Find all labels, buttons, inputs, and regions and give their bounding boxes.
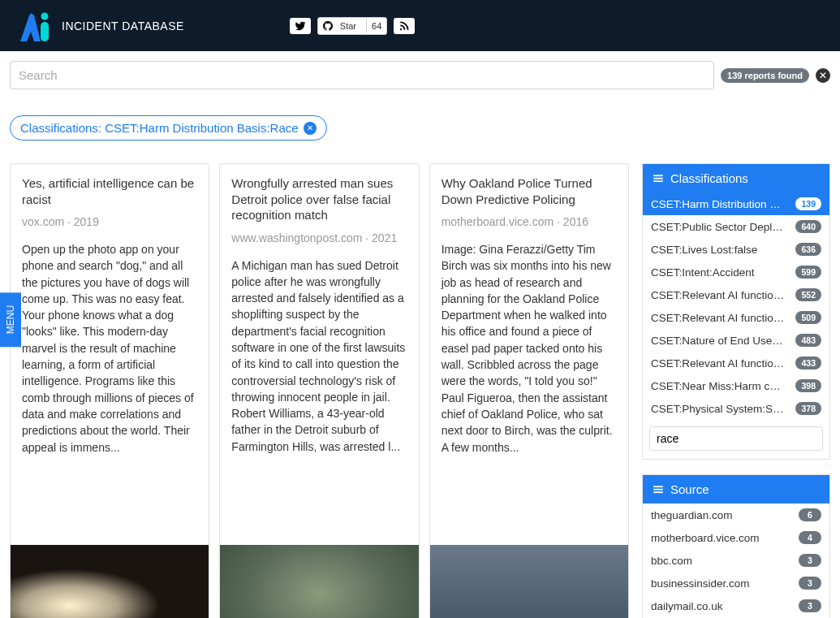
row-label: CSET:Physical System:Software only xyxy=(651,403,785,415)
menu-tab[interactable]: MENU xyxy=(0,292,21,347)
classification-row[interactable]: CSET:Physical System:Software only378 xyxy=(643,397,829,420)
search-bar: 139 reports found ✕ xyxy=(10,61,830,89)
row-count: 3 xyxy=(799,599,821,612)
svg-rect-29 xyxy=(653,491,663,493)
svg-rect-28 xyxy=(653,488,663,490)
card-meta: vox.com · 2019 xyxy=(22,215,197,228)
filter-chip-classification[interactable]: Classifications: CSET:Harm Distribution … xyxy=(10,115,327,140)
classification-row[interactable]: CSET:Near Miss:Harm caused398 xyxy=(643,374,829,397)
card-image: Show Details on Incident #11 xyxy=(11,545,209,618)
card-excerpt: Image: Gina Ferazzi/Getty Tim Birch was … xyxy=(442,241,617,456)
svg-rect-25 xyxy=(653,177,663,179)
reports-count-badge: 139 reports found xyxy=(721,68,809,83)
row-label: businessinsider.com xyxy=(651,577,750,590)
row-count: 4 xyxy=(799,531,821,544)
results-cards: Yes, artificial intelligence can be raci… xyxy=(10,163,629,618)
search-input[interactable] xyxy=(10,61,714,89)
card-title[interactable]: Why Oakland Police Turned Down Predictiv… xyxy=(442,175,617,207)
top-header: INCIDENT DATABASE Star 64 xyxy=(0,0,840,51)
card-excerpt: A Michigan man has sued Detroit police a… xyxy=(231,257,407,456)
row-label: CSET:Relevant AI functions:Action xyxy=(651,357,785,370)
brand-name: INCIDENT DATABASE xyxy=(62,19,184,32)
svg-rect-24 xyxy=(653,175,663,176)
panel-title: Source xyxy=(670,482,709,496)
row-count: 509 xyxy=(795,311,821,324)
classification-row[interactable]: CSET:Relevant AI functions:Perception509 xyxy=(643,306,829,329)
card-title[interactable]: Yes, artificial intelligence can be raci… xyxy=(22,175,197,207)
card-image: Show Details on Incident #74 xyxy=(220,545,418,618)
classifications-panel: Classifications CSET:Harm Distribution B… xyxy=(642,163,830,460)
classification-row[interactable]: CSET:Relevant AI functions:Cognition552 xyxy=(643,283,829,306)
active-filters: Classifications: CSET:Harm Distribution … xyxy=(10,115,830,140)
remove-filter-icon[interactable]: ✕ xyxy=(304,122,317,135)
filters-sidebar: Classifications CSET:Harm Distribution B… xyxy=(642,163,830,618)
svg-rect-1 xyxy=(41,22,49,41)
row-label: CSET:Nature of End User:Amateur xyxy=(651,335,785,347)
svg-point-0 xyxy=(41,12,49,19)
github-star-count: 64 xyxy=(366,19,386,32)
row-label: motherboard.vice.com xyxy=(651,532,760,544)
row-label: CSET:Harm Distribution Basis:Race xyxy=(651,198,785,210)
row-count: 640 xyxy=(795,220,821,233)
row-count: 483 xyxy=(795,334,821,347)
row-count: 6 xyxy=(799,508,821,521)
rss-icon[interactable] xyxy=(394,18,415,34)
github-star-badge[interactable]: Star 64 xyxy=(317,17,387,35)
source-row[interactable]: motherboard.vice.com4 xyxy=(643,526,829,549)
row-count: 636 xyxy=(795,243,821,256)
header-badges: Star 64 xyxy=(290,17,415,35)
source-row[interactable]: dailymail.co.uk3 xyxy=(643,594,829,617)
classification-row[interactable]: CSET:Nature of End User:Amateur483 xyxy=(643,329,829,352)
github-star-label: Star xyxy=(335,19,361,32)
row-label: CSET:Intent:Accident xyxy=(651,266,755,279)
filter-chip-label: Classifications: CSET:Harm Distribution … xyxy=(20,121,299,135)
classification-row[interactable]: CSET:Lives Lost:false636 xyxy=(643,238,829,261)
svg-rect-27 xyxy=(653,486,663,487)
row-count: 3 xyxy=(799,554,821,567)
list-icon xyxy=(653,484,664,495)
brand-logo[interactable]: INCIDENT DATABASE xyxy=(16,9,184,43)
row-count: 552 xyxy=(795,288,821,301)
row-count: 398 xyxy=(795,379,821,392)
classification-row[interactable]: CSET:Harm Distribution Basis:Race139 xyxy=(643,192,829,215)
row-count: 599 xyxy=(795,266,821,279)
card-meta: motherboard.vice.com · 2016 xyxy=(442,215,617,228)
panel-header-classifications: Classifications xyxy=(643,164,829,192)
row-label: CSET:Relevant AI functions:Cognition xyxy=(651,289,785,301)
panel-header-source: Source xyxy=(643,475,829,503)
row-count: 3 xyxy=(799,577,821,590)
svg-rect-26 xyxy=(653,180,663,182)
source-row[interactable]: bbc.com3 xyxy=(643,549,829,572)
classification-row[interactable]: CSET:Intent:Accident599 xyxy=(643,261,829,283)
row-label: CSET:Public Sector Deployment:No xyxy=(651,221,785,233)
incident-card: Wrongfully arrested man sues Detroit pol… xyxy=(219,163,419,618)
row-count: 139 xyxy=(795,197,821,210)
svg-point-2 xyxy=(400,28,402,29)
row-label: CSET:Near Miss:Harm caused xyxy=(651,380,785,392)
source-panel: Source theguardian.com6motherboard.vice.… xyxy=(642,474,830,618)
row-label: bbc.com xyxy=(651,555,692,567)
card-excerpt: Open up the photo app on your phone and … xyxy=(22,241,197,456)
card-title[interactable]: Wrongfully arrested man sues Detroit pol… xyxy=(231,175,407,223)
panel-title: Classifications xyxy=(670,171,748,185)
card-meta: www.washingtonpost.com · 2021 xyxy=(231,231,407,244)
classification-row[interactable]: CSET:Public Sector Deployment:No640 xyxy=(643,215,829,238)
classifications-search-input[interactable] xyxy=(649,426,823,451)
list-icon xyxy=(653,173,664,184)
row-label: theguardian.com xyxy=(651,509,733,521)
classification-row[interactable]: CSET:Relevant AI functions:Action433 xyxy=(643,352,829,374)
source-row[interactable]: theguardian.com6 xyxy=(643,503,829,526)
source-row[interactable]: businessinsider.com3 xyxy=(643,572,829,594)
clear-search-icon[interactable]: ✕ xyxy=(816,68,830,83)
card-image: Show Details on Incident #54 xyxy=(430,545,628,618)
row-label: CSET:Relevant AI functions:Perception xyxy=(651,312,785,324)
twitter-icon[interactable] xyxy=(290,18,311,34)
row-label: CSET:Lives Lost:false xyxy=(651,244,757,256)
incident-card: Yes, artificial intelligence can be raci… xyxy=(10,163,209,618)
logo-icon xyxy=(16,9,50,43)
row-count: 433 xyxy=(795,357,821,370)
incident-card: Why Oakland Police Turned Down Predictiv… xyxy=(429,163,629,618)
row-label: dailymail.co.uk xyxy=(651,600,723,612)
row-count: 378 xyxy=(795,402,821,415)
